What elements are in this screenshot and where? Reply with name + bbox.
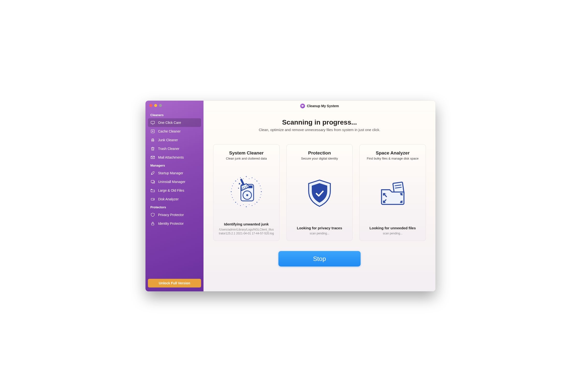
card-system-cleaner: System Cleaner Clean junk and cluttered … xyxy=(213,144,280,241)
svg-rect-4 xyxy=(151,180,154,183)
card-detail: /Users/admin/Library/Logs/NGLClient_Illu… xyxy=(218,228,275,235)
svg-point-34 xyxy=(243,204,244,205)
svg-point-32 xyxy=(255,204,255,204)
stop-button[interactable]: Stop xyxy=(278,251,360,266)
app-window: Cleaners One Click Care Cache Cleaner Ju… xyxy=(146,101,436,291)
shield-check-icon xyxy=(291,165,348,222)
svg-point-44 xyxy=(246,194,248,196)
card-status: Looking for privacy traces xyxy=(297,226,342,230)
svg-point-11 xyxy=(252,178,252,178)
sidebar-item-uninstall-manager[interactable]: Uninstall Manager xyxy=(148,178,201,186)
card-title: System Cleaner xyxy=(229,150,264,156)
uninstall-icon xyxy=(150,179,155,184)
monitor-icon xyxy=(150,120,155,125)
unlock-full-version-button[interactable]: Unlock Full Version xyxy=(148,279,201,287)
sidebar-section-cleaners: Cleaners xyxy=(148,111,201,118)
svg-point-26 xyxy=(249,178,250,179)
folder-expand-icon xyxy=(364,165,421,222)
svg-point-28 xyxy=(259,183,259,184)
svg-rect-7 xyxy=(152,223,154,225)
card-subtitle: Clean junk and cluttered data xyxy=(226,157,267,160)
svg-point-35 xyxy=(237,204,238,204)
sidebar-item-startup-manager[interactable]: Startup Manager xyxy=(148,169,201,178)
sidebar-item-privacy-protector[interactable]: Privacy Protector xyxy=(148,210,201,219)
page-headline: Scanning in progress... xyxy=(282,119,357,126)
card-subtitle: Find bulky files & manage disk space xyxy=(367,157,418,160)
sidebar-item-mail-attachments[interactable]: Mail Attachments xyxy=(148,153,201,162)
sidebar-item-label: Large & Old Files xyxy=(158,189,184,192)
svg-point-16 xyxy=(256,202,258,203)
cache-download-icon xyxy=(150,129,155,134)
sidebar-item-label: Uninstall Manager xyxy=(158,180,185,184)
svg-point-21 xyxy=(232,197,233,198)
content-area: Scanning in progress... Clean, optimize … xyxy=(204,111,436,291)
card-space-analyzer: Space Analyzer Find bulky files & manage… xyxy=(360,144,426,241)
svg-point-12 xyxy=(256,181,258,182)
svg-point-30 xyxy=(261,194,261,195)
sidebar-item-label: Privacy Protector xyxy=(158,213,184,217)
zoom-window-button[interactable] xyxy=(159,104,162,107)
sidebar-item-label: Mail Attachments xyxy=(158,156,184,159)
svg-point-13 xyxy=(260,185,260,186)
lock-icon xyxy=(150,221,155,226)
sidebar-item-cache-cleaner[interactable]: Cache Cleaner xyxy=(148,127,201,136)
card-status: Identifying unwanted junk xyxy=(224,222,269,226)
titlebar: Cleanup My System xyxy=(204,101,436,111)
sidebar-item-trash-cleaner[interactable]: Trash Cleaner xyxy=(148,144,201,153)
sidebar-item-label: Startup Manager xyxy=(158,171,183,175)
sidebar-item-disk-analyzer[interactable]: Disk Analyzer xyxy=(148,195,201,203)
sidebar: Cleaners One Click Care Cache Cleaner Ju… xyxy=(146,101,204,291)
sidebar-section-protectors: Protectors xyxy=(148,203,201,210)
svg-point-37 xyxy=(231,194,232,195)
sidebar-item-label: Disk Analyzer xyxy=(158,197,178,201)
svg-point-18 xyxy=(246,206,247,207)
svg-point-41 xyxy=(243,178,244,179)
svg-point-19 xyxy=(240,205,241,206)
svg-point-6 xyxy=(154,199,154,200)
svg-point-15 xyxy=(260,197,260,198)
svg-point-14 xyxy=(261,191,262,192)
main-panel: Cleanup My System Scanning in progress..… xyxy=(204,101,436,291)
card-subtitle: Secure your digital identity xyxy=(301,157,338,160)
window-controls xyxy=(148,104,201,111)
folder-files-icon xyxy=(150,188,155,193)
svg-point-38 xyxy=(231,189,232,189)
svg-point-10 xyxy=(246,176,247,177)
mail-icon xyxy=(150,155,155,160)
card-title: Protection xyxy=(308,150,331,156)
svg-point-36 xyxy=(233,199,234,200)
page-subhead: Clean, optimize and remove unnecessary f… xyxy=(259,128,380,132)
sidebar-item-large-old-files[interactable]: Large & Old Files xyxy=(148,186,201,195)
disk-broom-icon xyxy=(218,165,275,218)
svg-point-40 xyxy=(237,179,238,179)
svg-point-24 xyxy=(235,181,236,182)
svg-point-39 xyxy=(233,183,234,184)
svg-point-17 xyxy=(252,205,252,206)
svg-point-31 xyxy=(259,199,259,200)
svg-point-33 xyxy=(249,204,250,205)
sidebar-item-label: Identity Protector xyxy=(158,221,184,225)
svg-rect-0 xyxy=(151,121,155,124)
rocket-icon xyxy=(150,171,155,176)
sidebar-section-managers: Managers xyxy=(148,162,201,169)
svg-point-22 xyxy=(231,191,232,192)
svg-point-23 xyxy=(232,185,233,186)
sidebar-item-label: Junk Cleaner xyxy=(158,138,178,142)
sidebar-item-identity-protector[interactable]: Identity Protector xyxy=(148,219,201,228)
sidebar-item-label: Cache Cleaner xyxy=(158,129,180,133)
sidebar-item-junk-cleaner[interactable]: Junk Cleaner xyxy=(148,136,201,144)
card-protection: Protection Secure your digital identity … xyxy=(286,144,353,241)
close-window-button[interactable] xyxy=(149,104,152,107)
sidebar-item-label: Trash Cleaner xyxy=(158,147,179,151)
card-title: Space Analyzer xyxy=(376,150,410,156)
sidebar-item-label: One Click Care xyxy=(158,121,181,125)
app-title: Cleanup My System xyxy=(307,104,339,108)
svg-rect-8 xyxy=(302,105,304,106)
sidebar-item-one-click-care[interactable]: One Click Care xyxy=(148,118,201,127)
scan-cards: System Cleaner Clean junk and cluttered … xyxy=(213,144,426,241)
svg-point-25 xyxy=(240,178,241,178)
svg-point-20 xyxy=(235,202,236,203)
minimize-window-button[interactable] xyxy=(154,104,157,107)
svg-rect-9 xyxy=(302,106,303,107)
svg-point-29 xyxy=(261,189,261,189)
